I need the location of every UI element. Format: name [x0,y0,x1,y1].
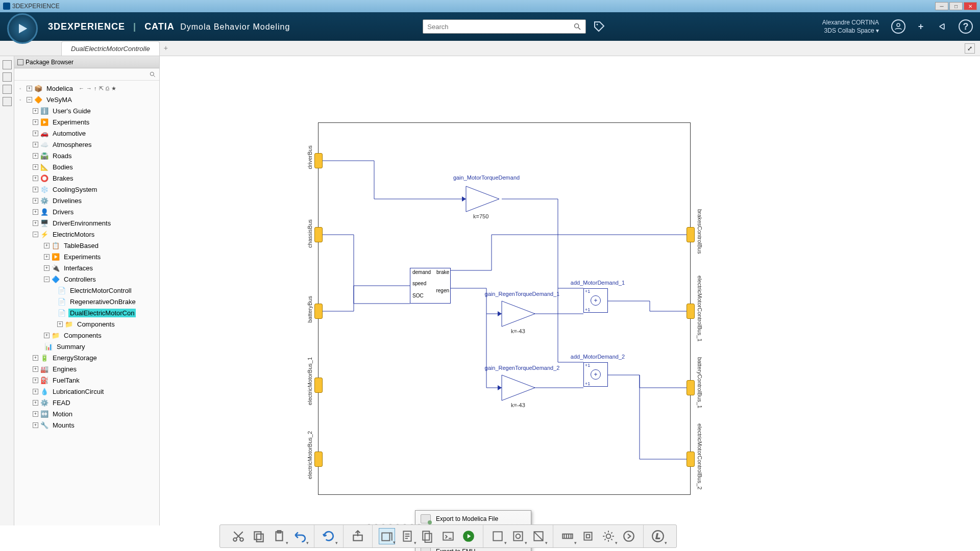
tree-node[interactable]: +▶️Experiments [14,251,159,262]
rail-item-2[interactable] [3,72,12,82]
pkg-search-icon[interactable] [149,71,156,78]
tree-node[interactable]: +🔋EnergyStorage [14,352,159,363]
tree-node[interactable]: +⚙️Drivelines [14,195,159,206]
gear-icon[interactable]: ▾ [600,528,617,544]
terminal-icon[interactable] [440,528,456,544]
svg-line-6 [154,75,155,77]
paste-icon[interactable]: ▾ [271,528,287,544]
tree-node[interactable]: +❄️CoolingSystem [14,184,159,195]
tool-icon-2[interactable]: ▾ [510,528,526,544]
tree-node[interactable]: +ℹ️User's Guide [14,105,159,116]
help-icon[interactable]: ? [959,19,973,34]
tab-document[interactable]: DualElectricMotorControlle [61,41,160,56]
tree-node[interactable]: +🔧Mounts [14,419,159,431]
tree-node[interactable]: +↔️Motion [14,408,159,419]
measure-icon[interactable]: ▾ [559,528,576,544]
export-button[interactable]: ▾ [379,528,395,544]
svg-marker-9 [502,301,535,327]
tree-node[interactable]: +🖥️DriverEnvironments [14,217,159,229]
next-icon[interactable] [621,528,637,544]
tag-icon[interactable] [593,20,605,33]
rail-item-4[interactable] [3,97,12,106]
multi-doc-icon[interactable] [420,528,436,544]
search-input[interactable] [427,23,573,31]
add-icon[interactable]: + [914,19,928,34]
package-tree[interactable]: ◦ + 📦 Modelica ←→↑⇱⎙★ ◦ − 🔶 VeSyMA +ℹ️Us… [14,81,159,525]
add1-label: add_MotorDemand_1 [567,280,628,286]
svg-marker-0 [19,24,27,34]
share-icon[interactable] [936,19,950,34]
tree-node-modelica[interactable]: ◦ + 📦 Modelica ←→↑⇱⎙★ [14,83,159,94]
diagram-canvas[interactable]: driverBus chassisBus batteryBus electric… [160,56,980,525]
window-minimize-button[interactable]: ─ [935,2,948,10]
tree-node[interactable]: +🏭Engines [14,363,159,374]
undo-icon[interactable]: ▾ [291,528,308,544]
window-close-button[interactable]: ✕ [964,2,977,10]
tree-node[interactable]: +🔌Interfaces [14,262,159,273]
tree-node-controllers[interactable]: −🔷Controllers [14,273,159,285]
block-add2[interactable]: + +1 +1 [583,362,608,387]
diagram-wires [160,56,980,525]
tree-node[interactable]: +▶️Experiments [14,116,159,128]
svg-rect-22 [423,531,429,540]
tree-node[interactable]: +⚙️FEAD [14,397,159,408]
svg-marker-7 [466,186,499,212]
tree-node[interactable]: +📋TableBased [14,240,159,251]
tree-node[interactable]: +💧LubricationCircuit [14,386,159,397]
tree-node[interactable]: +🛣️Roads [14,150,159,161]
search-icon[interactable] [573,22,581,31]
window-maximize-button[interactable]: □ [949,2,963,10]
tree-node-electricmotors[interactable]: −⚡ElectricMotors [14,229,159,240]
tree-node[interactable]: 📊Summary [14,341,159,352]
tab-add-button[interactable]: + [164,44,173,53]
node-label: Modelica [45,84,75,93]
expand-icon[interactable]: − [27,97,32,103]
expand-button[interactable]: ⤢ [965,43,975,54]
tool-icon-1[interactable]: ▾ [489,528,506,544]
tree-node[interactable]: +🚗Automotive [14,128,159,139]
share-out-icon[interactable] [350,528,366,544]
tree-node[interactable]: +⛽FuelTank [14,374,159,386]
svg-rect-23 [425,534,432,542]
tree-node[interactable]: +📁Components [14,318,159,330]
document-icon[interactable]: ▾ [399,528,415,544]
user-space[interactable]: 3DS Collab Space [824,27,874,34]
user-info: Alexandre CORTINA 3DS Collab Space ▾ [822,18,879,35]
tree-node[interactable]: +⭕Brakes [14,172,159,184]
refresh-icon[interactable]: ▾ [321,528,337,544]
svg-point-1 [575,24,579,28]
tree-node-selected[interactable]: 📄DualElectricMotorCon [14,307,159,318]
brand-main: 3DEXPERIENCE [48,21,125,32]
nav-arrows[interactable]: ←→↑⇱⎙★ [79,85,116,92]
svg-point-3 [597,24,598,26]
tree-node[interactable]: +📐Bodies [14,161,159,172]
pkg-header-checkbox[interactable] [17,59,23,65]
app-icon [3,3,10,10]
rail-item-1[interactable] [3,60,12,69]
profile-icon[interactable] [891,19,905,34]
play-icon[interactable] [460,528,477,544]
cut-icon[interactable] [230,528,247,544]
svg-marker-12 [498,385,502,390]
expand-icon[interactable]: + [27,86,32,91]
tree-node-vesyma[interactable]: ◦ − 🔶 VeSyMA [14,94,159,105]
block-add1[interactable]: + +1 +1 [583,288,608,313]
license-icon[interactable]: L▾ [650,528,666,544]
component-icon[interactable] [580,528,596,544]
tool-icon-3[interactable]: ▾ [530,528,547,544]
tree-node[interactable]: 📄ElectricMotorControll [14,285,159,296]
gain3-label: gain_RegenTorqueDemand_2 [476,365,568,371]
tree-node[interactable]: 📄RegenerativeOnBrake [14,296,159,307]
tree-node[interactable]: +📁Components [14,330,159,341]
compass-icon[interactable] [7,13,38,44]
brand-sub: Dymola Behavior Modeling [180,22,290,31]
gain1-k: k=750 [473,213,488,219]
search-box[interactable] [423,19,586,34]
tree-node[interactable]: +☁️Atmospheres [14,139,159,150]
copy-icon[interactable] [251,528,267,544]
svg-rect-27 [493,532,502,540]
rail-item-3[interactable] [3,85,12,94]
tree-node[interactable]: +👤Drivers [14,206,159,217]
svg-point-34 [624,531,634,541]
brand-sep: | [133,21,136,32]
